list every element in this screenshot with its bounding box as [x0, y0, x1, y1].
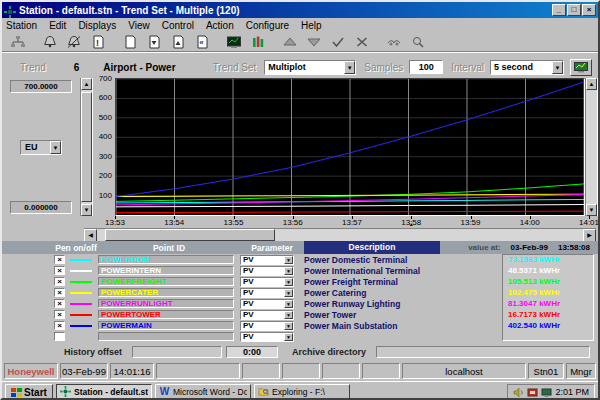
chevron-down-icon[interactable]: ▼	[552, 61, 563, 74]
history-offset-field[interactable]	[132, 346, 222, 358]
task-word[interactable]: WMicrosoft Word - Document5	[155, 384, 251, 400]
pen-checkbox[interactable]: ×	[54, 266, 65, 275]
task-station[interactable]: Station - default.stn -...	[56, 384, 152, 400]
group-display-icon[interactable]	[246, 33, 270, 50]
pen-checkbox[interactable]: ×	[54, 310, 65, 319]
history-offset-value[interactable]: 0:00	[226, 346, 278, 358]
menu-displays[interactable]: Displays	[78, 20, 116, 31]
speaker-icon[interactable]	[513, 387, 524, 398]
horizontal-scrollbar[interactable]: ◀ ▶	[84, 228, 596, 241]
interval-select[interactable]: 5 second ▼	[490, 60, 564, 75]
trend-plot[interactable]	[115, 78, 585, 216]
alarm-bell-icon[interactable]	[38, 33, 62, 50]
scroll-thumb[interactable]	[105, 229, 275, 241]
scroll-thumb[interactable]	[81, 92, 92, 202]
start-button[interactable]: Start	[5, 384, 53, 400]
parameter-select[interactable]: PV▼	[240, 277, 294, 287]
point-description: Power Runway Lighting	[304, 299, 504, 309]
network-icon[interactable]	[6, 33, 30, 50]
chevron-down-icon[interactable]: ▼	[284, 278, 293, 286]
lower-icon[interactable]	[302, 33, 326, 50]
trend-set-select[interactable]: Multiplot ▼	[264, 60, 356, 75]
menu-bar: StationEditDisplaysViewControlActionConf…	[2, 18, 598, 32]
chevron-down-icon[interactable]: ▼	[284, 322, 293, 330]
station-tray-icon[interactable]	[527, 387, 538, 398]
parameter-select[interactable]: PV▼	[240, 255, 294, 265]
accept-icon[interactable]	[326, 33, 350, 50]
page-icon[interactable]	[118, 33, 142, 50]
menu-control[interactable]: Control	[162, 20, 194, 31]
point-id-field[interactable]	[98, 332, 234, 341]
menu-action[interactable]: Action	[206, 20, 234, 31]
trend-cursor-marker[interactable]: ▴	[410, 220, 413, 227]
chart-region: 700.0000 EU ▼ 0.000000 ▲ ▼ 1002003004005…	[2, 78, 598, 216]
pen-checkbox[interactable]: ×	[54, 255, 65, 264]
page-recall-icon[interactable]: «	[190, 33, 214, 50]
x-tick-label: 14:01	[579, 218, 599, 227]
menu-edit[interactable]: Edit	[49, 20, 66, 31]
y-min-field[interactable]: 0.000000	[10, 201, 72, 214]
menu-view[interactable]: View	[128, 20, 150, 31]
pen-checkbox[interactable]: ×	[54, 321, 65, 330]
chevron-down-icon[interactable]: ▼	[344, 61, 355, 74]
vertical-scrollbar-left[interactable]: ▲ ▼	[80, 78, 93, 216]
parameter-select[interactable]: PV▼	[240, 299, 294, 309]
point-id-field[interactable]: POWERMAIN	[98, 321, 234, 330]
minimize-button[interactable]: _	[552, 4, 566, 16]
vertical-scrollbar-right[interactable]: ▲ ▼	[585, 78, 598, 216]
point-id-field[interactable]: POWERINTERN	[98, 266, 234, 275]
samples-field[interactable]: 100	[409, 60, 443, 74]
chevron-down-icon[interactable]: ▼	[284, 311, 293, 319]
point-id-field[interactable]: POWERCATER	[98, 288, 234, 297]
task-explorer[interactable]: Exploring - F:\	[254, 384, 350, 400]
operate-icon[interactable]	[382, 33, 406, 50]
maximize-button[interactable]: □	[567, 4, 581, 16]
scroll-up-icon[interactable]: ▲	[586, 78, 597, 90]
close-button[interactable]: ×	[582, 4, 596, 16]
value-at-label: value at:	[468, 243, 500, 252]
point-id-field[interactable]: POWERTOWER	[98, 310, 234, 319]
scroll-up-icon[interactable]: ▲	[81, 78, 92, 90]
chevron-down-icon[interactable]: ▼	[284, 333, 293, 341]
display-tray-icon[interactable]	[541, 387, 552, 398]
y-max-field[interactable]: 700.0000	[10, 80, 72, 93]
scroll-track[interactable]	[586, 90, 597, 204]
page-up-icon[interactable]	[166, 33, 190, 50]
eu-select[interactable]: EU ▼	[20, 140, 62, 155]
raise-icon[interactable]	[278, 33, 302, 50]
point-id-field[interactable]: POWERFREIGHT	[98, 277, 234, 286]
menu-help[interactable]: Help	[301, 20, 322, 31]
zoom-icon[interactable]	[406, 33, 430, 50]
chevron-down-icon[interactable]: ▼	[284, 256, 293, 264]
point-id-field[interactable]: POWERRUNLIGHT	[98, 299, 234, 308]
detail-display-icon[interactable]	[222, 33, 246, 50]
y-tick-label: 700	[99, 74, 112, 83]
pen-checkbox[interactable]: ×	[54, 299, 65, 308]
alarm-silence-icon[interactable]	[62, 33, 86, 50]
cancel-icon[interactable]	[350, 33, 374, 50]
menu-station[interactable]: Station	[6, 20, 37, 31]
chevron-down-icon[interactable]: ▼	[50, 141, 61, 154]
scroll-track[interactable]	[97, 229, 583, 241]
scroll-track[interactable]	[81, 90, 92, 204]
menu-configure[interactable]: Configure	[246, 20, 289, 31]
pen-checkbox[interactable]	[54, 332, 65, 341]
archive-directory-field[interactable]	[376, 346, 590, 358]
chevron-down-icon[interactable]: ▼	[284, 289, 293, 297]
parameter-select[interactable]: PV▼	[240, 332, 294, 342]
page-down-icon[interactable]	[142, 33, 166, 50]
point-id-field[interactable]: POWERDOM	[98, 255, 234, 264]
parameter-select[interactable]: PV▼	[240, 266, 294, 276]
message-page-icon[interactable]: !	[86, 33, 110, 50]
trend-display-button[interactable]	[570, 59, 592, 76]
chevron-down-icon[interactable]: ▼	[284, 300, 293, 308]
parameter-select[interactable]: PV▼	[240, 310, 294, 320]
scroll-down-icon[interactable]: ▼	[586, 204, 597, 216]
pen-checkbox[interactable]: ×	[54, 277, 65, 286]
scroll-down-icon[interactable]: ▼	[81, 204, 92, 216]
parameter-select[interactable]: PV▼	[240, 288, 294, 298]
parameter-select[interactable]: PV▼	[240, 321, 294, 331]
interval-value: 5 second	[494, 62, 533, 72]
pen-checkbox[interactable]: ×	[54, 288, 65, 297]
chevron-down-icon[interactable]: ▼	[284, 267, 293, 275]
